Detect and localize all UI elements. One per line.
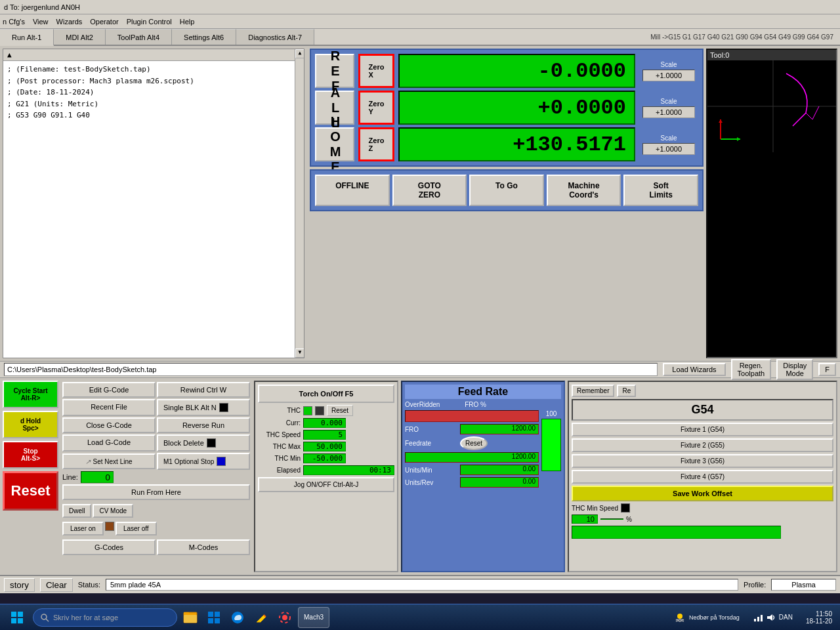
- svg-point-21: [282, 615, 287, 620]
- search-bar[interactable]: Skriv her for at søge: [33, 608, 177, 627]
- taskbar: Skriv her for at søge: [0, 604, 840, 630]
- run-from-here-btn[interactable]: Run From Here: [62, 484, 250, 500]
- menu-wizards[interactable]: Wizards: [56, 18, 83, 26]
- menu-plugin[interactable]: Plugin Control: [127, 18, 172, 26]
- stop-btn[interactable]: StopAlt-S>: [3, 441, 58, 469]
- menu-cfg[interactable]: n Cfg's: [3, 18, 25, 26]
- start-btn[interactable]: [4, 607, 30, 628]
- scroll-up[interactable]: ▲: [295, 49, 304, 58]
- re-btn[interactable]: Re: [617, 385, 636, 397]
- gcodes-btn[interactable]: G-Codes: [62, 539, 156, 555]
- dwell-btn[interactable]: Dwell: [62, 504, 91, 518]
- zero-buttons: ZeroX ZeroY ZeroZ: [358, 54, 394, 161]
- laser-on-btn[interactable]: Laser on: [62, 522, 104, 536]
- line-input[interactable]: [81, 471, 114, 483]
- scrollbar[interactable]: ▲ ▼: [295, 49, 304, 358]
- thc-speed-row: THC Speed 5: [258, 430, 394, 440]
- tab-settings[interactable]: Settings Alt6: [172, 29, 236, 45]
- tab-run[interactable]: Run Alt-1: [0, 29, 54, 46]
- recent-file-btn[interactable]: Recent File: [62, 399, 156, 416]
- jog-btn[interactable]: Jog ON/OFF Ctrl-Alt-J: [258, 477, 394, 492]
- scale-x: Scale +1.0000: [639, 54, 698, 88]
- optional-stop-btn[interactable]: M1 Optional Stop: [157, 453, 250, 470]
- clear-btn[interactable]: Clear: [40, 578, 73, 592]
- offline-btn[interactable]: OFFLINE: [315, 175, 390, 206]
- reverse-run-btn[interactable]: Reverse Run: [157, 417, 250, 433]
- zero-z-btn[interactable]: ZeroZ: [358, 127, 394, 161]
- ref-label[interactable]: REF: [315, 54, 354, 88]
- scroll-down[interactable]: ▼: [295, 348, 304, 358]
- pct-value: [600, 518, 623, 520]
- menu-help[interactable]: Help: [180, 18, 195, 26]
- feedrate-reset-btn[interactable]: Reset: [460, 436, 488, 450]
- task-icon-windows[interactable]: [203, 607, 224, 628]
- tab-mdi[interactable]: MDI Alt2: [54, 29, 106, 45]
- cv-mode-btn[interactable]: CV Mode: [93, 504, 133, 518]
- close-gcode-btn[interactable]: Close G-Code: [62, 417, 156, 433]
- to-go-btn[interactable]: To Go: [469, 175, 544, 206]
- cycle-start-btn[interactable]: Cycle StartAlt-R>: [3, 381, 58, 408]
- task-icon-settings[interactable]: [274, 607, 295, 628]
- fixture3-btn[interactable]: Fixture 3 (G56): [572, 454, 833, 468]
- action-buttons: OFFLINE GOTOZERO To Go MachineCoord's So…: [310, 169, 704, 211]
- menu-view[interactable]: View: [33, 18, 49, 26]
- load-wizards-btn[interactable]: Load Wizards: [663, 363, 725, 376]
- laser-off-btn[interactable]: Laser off: [116, 522, 157, 536]
- optional-stop-indicator: [217, 457, 226, 466]
- elapsed-row: Elapsed 00:13: [258, 465, 394, 475]
- svg-rect-25: [757, 617, 759, 621]
- scroll-up-btn[interactable]: ▲: [7, 51, 12, 59]
- taskbar-clock[interactable]: 11:50 18-11-20: [802, 609, 836, 626]
- fro-value-row: [405, 410, 539, 422]
- history-btn[interactable]: story: [4, 578, 35, 592]
- fro-value: 1200.00: [460, 424, 539, 434]
- gcode-status: Mill ->G15 G1 G17 G40 G21 G90 G94 G54 G4…: [644, 29, 840, 45]
- task-icon-explorer[interactable]: [180, 607, 201, 628]
- soft-limits-btn[interactable]: SoftLimits: [623, 175, 698, 206]
- save-workoffset-btn[interactable]: Save Work Offset: [572, 486, 833, 501]
- task-icon-pen[interactable]: [251, 607, 272, 628]
- home-label[interactable]: HOME: [315, 127, 354, 161]
- units-rev-value: 0.00: [460, 477, 539, 488]
- set-next-line-btn[interactable]: ↗ Set Next Line: [62, 453, 156, 469]
- regen-toolpath-btn[interactable]: Regen.Toolpath: [731, 359, 772, 380]
- single-blk-label: Single BLK Alt N: [163, 404, 217, 411]
- extra-btn[interactable]: F: [818, 363, 836, 376]
- remember-btn[interactable]: Remember: [572, 385, 614, 397]
- torch-onoff-btn[interactable]: Torch On/Off F5: [258, 385, 394, 403]
- fixture1-btn[interactable]: Fixture 1 (G54): [572, 423, 833, 436]
- block-delete-btn[interactable]: Block Delete: [157, 434, 250, 452]
- feedrate-row: Feedrate Reset: [405, 436, 539, 450]
- mcodes-btn[interactable]: M-Codes: [157, 539, 250, 555]
- svg-marker-27: [767, 614, 772, 621]
- thc-indicator2: [315, 406, 324, 415]
- units-rev-row: Units/Rev 0.00: [405, 477, 539, 488]
- single-blk-btn[interactable]: Single BLK Alt N: [157, 399, 250, 416]
- mach3-taskbar[interactable]: Mach3: [298, 607, 329, 628]
- tab-diagnostics[interactable]: Diagnostics Alt-7: [236, 29, 314, 45]
- weather-widget[interactable]: Nedbør på Torsdag: [669, 610, 744, 625]
- rewind-btn[interactable]: Rewind Ctrl W: [157, 382, 250, 398]
- zero-y-btn[interactable]: ZeroY: [358, 91, 394, 125]
- reset-btn[interactable]: Reset: [3, 471, 58, 511]
- thc-reset-btn[interactable]: Reset: [327, 405, 353, 416]
- menu-operator[interactable]: Operator: [90, 18, 118, 26]
- fr-header: OverRidden FRO %: [405, 401, 561, 408]
- thc-min-label: THC Min: [258, 455, 301, 462]
- dro-y-value: +0.0000: [398, 91, 635, 125]
- display-mode-btn[interactable]: DisplayMode: [776, 359, 813, 380]
- thc-speed-label: THC Speed: [258, 431, 301, 438]
- filepath-input[interactable]: [4, 363, 658, 376]
- feed-hold-btn[interactable]: d HoldSpc>: [3, 411, 58, 438]
- fixture4-btn[interactable]: Fixture 4 (G57): [572, 470, 833, 484]
- machine-coords-btn[interactable]: MachineCoord's: [547, 175, 621, 206]
- svg-rect-8: [11, 618, 16, 623]
- task-icon-edge[interactable]: [227, 607, 248, 628]
- zero-x-btn[interactable]: ZeroX: [358, 54, 394, 88]
- load-gcode-btn[interactable]: Load G-Code: [62, 434, 156, 452]
- tab-toolpath[interactable]: ToolPath Alt4: [106, 29, 172, 45]
- fixture2-btn[interactable]: Fixture 2 (G55): [572, 438, 833, 452]
- fro-label: FRO: [405, 426, 457, 433]
- edit-gcode-btn[interactable]: Edit G-Code: [62, 382, 156, 398]
- goto-zero-btn[interactable]: GOTOZERO: [392, 175, 467, 206]
